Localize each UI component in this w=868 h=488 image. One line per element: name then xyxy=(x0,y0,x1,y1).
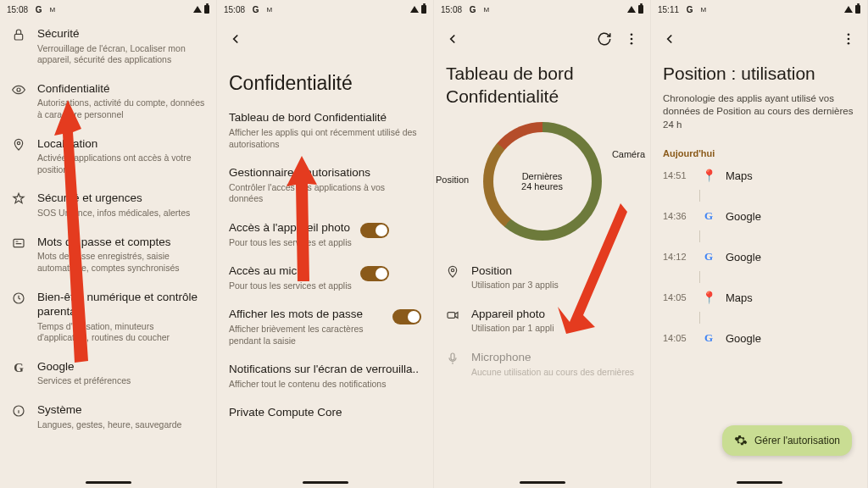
annotation-arrow xyxy=(536,203,629,339)
signal-icon xyxy=(193,6,202,13)
pin-icon xyxy=(10,136,27,152)
svg-point-9 xyxy=(631,38,633,41)
overflow-menu-button[interactable] xyxy=(621,29,642,49)
screen-settings-list: 15:08 G M Sécurité Verrouillage de l'écr… xyxy=(0,0,217,488)
info-icon xyxy=(10,402,27,418)
page-title: Position : utilisation xyxy=(651,51,867,92)
privacy-row[interactable]: Private Compute Core xyxy=(217,397,433,428)
item-title: Confidentialité xyxy=(37,81,206,97)
svg-point-15 xyxy=(848,33,850,36)
usage-time: 14:12 xyxy=(663,252,692,262)
manage-permission-fab[interactable]: Gérer l'autorisation xyxy=(722,425,852,456)
svg-point-8 xyxy=(631,33,633,36)
svg-marker-14 xyxy=(558,203,627,334)
svg-rect-13 xyxy=(451,353,454,360)
page-title: Tableau de bord Confidentialité xyxy=(434,51,650,115)
svg-marker-6 xyxy=(54,100,88,363)
svg-point-2 xyxy=(17,141,19,144)
back-button[interactable] xyxy=(659,29,680,49)
privacy-row[interactable]: Afficher les mots de passeAfficher brièv… xyxy=(217,299,433,354)
settings-item[interactable]: Sécurité Verrouillage de l'écran, Locali… xyxy=(0,19,216,74)
signal-icon xyxy=(627,6,636,13)
svg-rect-0 xyxy=(14,34,22,40)
status-bar: 15:08 G M xyxy=(0,0,216,19)
nav-indicator xyxy=(520,481,565,484)
timeline-connector xyxy=(699,230,700,242)
mic-icon xyxy=(444,350,461,365)
camera-icon xyxy=(444,307,461,322)
usage-row[interactable]: 14:05 📍 Maps xyxy=(651,283,867,312)
battery-icon xyxy=(638,5,643,14)
svg-point-17 xyxy=(848,42,850,45)
battery-icon xyxy=(421,5,426,14)
refresh-button[interactable] xyxy=(594,29,615,49)
page-subtitle: Chronologie des applis ayant utilisé vos… xyxy=(651,92,867,142)
screen-privacy: 15:08 G M Confidentialité Tableau de bor… xyxy=(217,0,434,488)
item-subtitle: Services et préférences xyxy=(37,375,206,387)
battery-icon xyxy=(855,5,860,14)
svg-point-11 xyxy=(451,269,453,271)
usage-time: 14:51 xyxy=(663,170,692,180)
pin-icon xyxy=(444,263,461,279)
usage-time: 14:05 xyxy=(663,333,692,343)
toggle-switch[interactable] xyxy=(360,223,389,238)
nav-indicator xyxy=(737,481,782,484)
donut-label-camera: Caméra xyxy=(612,149,645,159)
item-title: Système xyxy=(37,402,206,418)
app-name: Maps xyxy=(726,169,753,182)
back-button[interactable] xyxy=(442,29,463,49)
lock-icon xyxy=(10,26,27,42)
star-icon xyxy=(10,191,27,206)
maps-icon: 📍 xyxy=(702,169,716,182)
timeline-connector xyxy=(699,312,700,324)
app-name: Google xyxy=(726,210,761,223)
eye-icon xyxy=(10,81,27,97)
app-name: Maps xyxy=(726,291,753,304)
svg-rect-12 xyxy=(448,313,455,319)
item-title: Sécurité xyxy=(37,26,206,42)
usage-row[interactable]: 14:12 G Google xyxy=(651,242,867,271)
usage-time: 14:05 xyxy=(663,292,692,302)
status-bar: 15:11 G M xyxy=(651,0,867,19)
privacy-row[interactable]: Tableau de bord ConfidentialitéAfficher … xyxy=(217,103,433,158)
svg-rect-3 xyxy=(14,239,24,247)
status-bar: 15:08 G M xyxy=(434,0,650,19)
google-icon: G xyxy=(10,359,27,375)
usage-time: 14:36 xyxy=(663,211,692,221)
nav-indicator xyxy=(86,481,131,484)
svg-point-10 xyxy=(631,42,633,45)
nav-indicator xyxy=(303,481,348,484)
app-name: Google xyxy=(726,332,761,345)
privacy-row[interactable]: Notifications sur l'écran de verrouilla.… xyxy=(217,354,433,397)
app-name: Google xyxy=(726,251,761,263)
timeline-connector xyxy=(699,190,700,202)
overflow-menu-button[interactable] xyxy=(838,29,859,49)
page-title: Confidentialité xyxy=(217,51,433,103)
annotation-arrow xyxy=(49,100,108,371)
usage-row[interactable]: 14:36 G Google xyxy=(651,202,867,230)
screen-position-usage: 15:11 G M Position : utilisation Chronol… xyxy=(651,0,868,488)
svg-point-1 xyxy=(17,88,20,92)
signal-icon xyxy=(410,6,419,13)
battery-icon xyxy=(204,5,209,14)
key-icon xyxy=(10,235,27,250)
settings-item[interactable]: Système Langues, gestes, heure, sauvegar… xyxy=(0,395,216,438)
maps-icon: 📍 xyxy=(702,291,716,304)
google-icon: G xyxy=(704,209,713,223)
annotation-arrow xyxy=(283,156,326,283)
toggle-switch[interactable] xyxy=(360,266,389,281)
section-header-today: Aujourd'hui xyxy=(651,141,867,161)
back-button[interactable] xyxy=(225,29,246,49)
gear-icon xyxy=(734,434,748,447)
timeline-connector xyxy=(699,271,700,283)
usage-row[interactable]: 14:05 G Google xyxy=(651,324,867,352)
usage-row[interactable]: 14:51 📍 Maps xyxy=(651,161,867,190)
google-icon: G xyxy=(704,331,713,345)
item-subtitle: Verrouillage de l'écran, Localiser mon a… xyxy=(37,43,206,66)
svg-marker-7 xyxy=(287,156,317,281)
google-icon: G xyxy=(704,250,713,263)
permission-item[interactable]: MicrophoneAucune utilisation au cours de… xyxy=(434,342,650,385)
status-bar: 15:08 G M xyxy=(217,0,433,19)
toggle-switch[interactable] xyxy=(392,309,421,324)
svg-point-16 xyxy=(848,38,850,41)
